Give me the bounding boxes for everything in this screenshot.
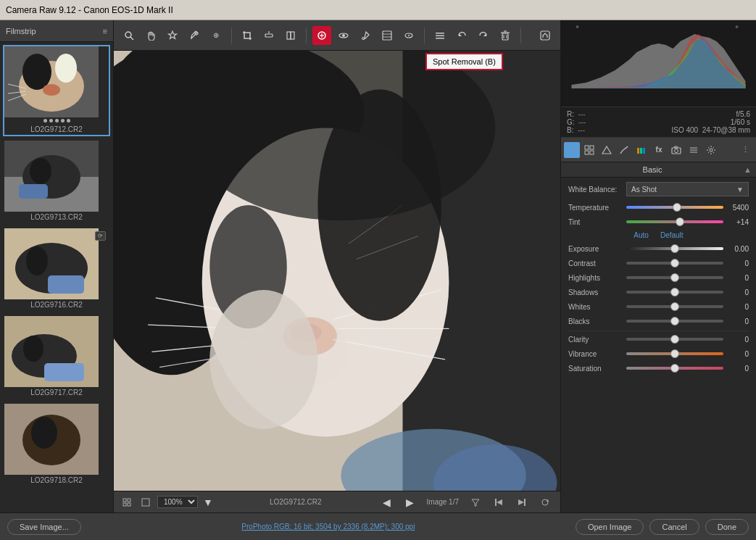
panel-settings-icon[interactable] [703,142,719,158]
b-label: B: --- [567,126,658,134]
filmstrip-item-2[interactable]: LO2G9713.CR2 [3,139,110,224]
clarity-thumb[interactable] [670,335,679,344]
svg-rect-97 [590,151,594,154]
g-label: G: --- [567,118,658,126]
svg-rect-92 [572,147,573,154]
color-sampler-btn[interactable] [185,26,204,45]
panel-color-icon[interactable] [634,142,649,158]
highlights-slider-container[interactable] [626,273,723,283]
exposure-slider-container[interactable] [626,244,723,254]
targeted-adjustment-btn[interactable]: ⊕ [207,26,225,45]
auto-btn[interactable]: Auto [634,231,649,239]
filter-btn[interactable] [466,493,485,512]
shadows-slider-container[interactable] [626,287,723,297]
zoom-tool-btn[interactable] [120,26,138,45]
exposure-thumb[interactable] [670,244,679,253]
svg-marker-46 [483,33,486,36]
toolbar: ⊕ [114,20,560,51]
panel-camera-icon[interactable] [668,142,684,158]
panel-presets-icon[interactable] [686,142,702,158]
open-photoshop-btn[interactable] [536,26,554,45]
wb-dropdown[interactable]: As Shot ▼ [626,182,749,196]
filmstrip-item-5[interactable]: LO2G9718.CR2 [3,402,110,487]
shadows-value: 0 [723,288,749,296]
vibrance-thumb[interactable] [670,349,679,358]
svg-rect-79 [128,503,130,506]
contrast-thumb[interactable] [670,259,679,267]
adjustment-brush-btn[interactable] [356,26,375,45]
panel-menu-icon[interactable]: ⋮ [737,142,753,158]
crop-tool-btn[interactable] [238,26,257,45]
hand-tool-btn[interactable] [141,26,160,45]
rotate-ccw-btn[interactable] [452,26,471,45]
shadows-thumb[interactable] [670,288,679,296]
prev-image-btn[interactable]: ◀ [378,493,396,512]
filmstrip-item-4[interactable]: LO2G9717.CR2 [3,315,110,399]
red-eye-btn[interactable] [334,26,353,45]
sync-btn[interactable] [536,493,554,512]
prev-frame-btn[interactable] [489,493,508,512]
transform-btn[interactable] [281,26,300,45]
filmstrip-menu-icon[interactable]: ≡ [103,27,107,36]
exposure-value: 0.00 [723,245,749,253]
panel-collapse-icon[interactable]: ▲ [744,165,752,174]
blacks-row: Blacks 0 [568,316,749,326]
panel-grid-icon[interactable] [581,142,597,158]
preferences-btn[interactable] [431,26,449,45]
saturation-thumb[interactable] [670,364,679,373]
temperature-thumb[interactable] [673,203,681,212]
panel-fx-icon[interactable]: fx [651,142,667,158]
svg-rect-100 [640,148,642,154]
highlights-thumb[interactable] [670,273,679,282]
tint-thumb[interactable] [676,217,684,226]
clarity-slider-container[interactable] [626,334,723,344]
blacks-slider-container[interactable] [626,316,723,326]
tint-value: +14 [723,218,749,226]
done-btn[interactable]: Done [705,519,749,535]
default-btn[interactable]: Default [660,231,684,239]
white-balance-tool-btn[interactable] [163,26,182,45]
whites-thumb[interactable] [670,302,679,311]
filmstrip-label: Filmstrip [6,27,36,36]
loupe-view-btn[interactable] [138,495,153,510]
clarity-row: Clarity 0 [568,334,749,344]
shadows-row: Shadows 0 [568,287,749,297]
tint-slider-container[interactable] [626,217,723,227]
vibrance-slider-container[interactable] [626,349,723,359]
auto-default-row: Auto Default [568,231,749,239]
straighten-btn[interactable] [259,26,278,45]
contrast-slider-container[interactable] [626,258,723,268]
saturation-slider-container[interactable] [626,363,723,373]
blacks-thumb[interactable] [670,317,679,325]
svg-rect-80 [142,499,149,506]
next-image-btn[interactable]: ▶ [401,493,420,512]
filmstrip-item-1[interactable]: LO2G9712.CR2 [3,45,110,136]
svg-rect-99 [637,148,639,154]
svg-marker-45 [459,33,462,36]
panel-curve-icon[interactable] [616,142,632,158]
wb-select-container[interactable]: As Shot ▼ [626,182,749,196]
save-image-btn[interactable]: Save Image... [7,519,81,535]
radial-filter-btn[interactable] [399,26,418,45]
exposure-row: Exposure 0.00 [568,244,749,254]
panel-histogram-icon[interactable] [564,142,580,158]
color-info: ProPhoto RGB; 16 bit; 3504 by 2336 (8.2M… [87,523,570,531]
zoom-down-btn[interactable]: ▼ [202,497,214,508]
spot-removal-btn[interactable] [312,26,331,45]
filmstrip-item-3[interactable]: ⟳ LO2G9716.CR2 [3,227,110,312]
trash-btn[interactable] [496,26,515,45]
graduated-filter-btn[interactable] [378,26,396,45]
temperature-slider-container[interactable] [626,202,723,212]
grid-view-btn[interactable] [120,495,134,510]
filmstrip-thumb-5 [4,404,99,475]
filmstrip-thumb-1 [4,46,99,117]
cancel-btn[interactable]: Cancel [649,519,699,535]
zoom-select[interactable]: 100% [157,496,198,508]
svg-point-3 [55,54,77,83]
panel-tones-icon[interactable] [599,142,615,158]
rotate-cw-btn[interactable] [474,26,493,45]
next-frame-btn[interactable] [512,493,531,512]
whites-slider-container[interactable] [626,302,723,312]
whites-value: 0 [723,303,749,311]
open-image-btn[interactable]: Open Image [576,519,644,535]
